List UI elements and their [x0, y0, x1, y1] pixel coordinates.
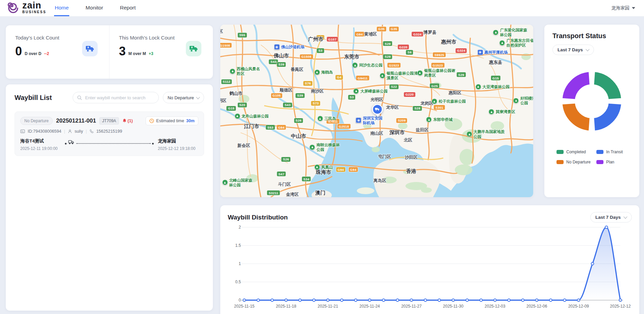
nav-report[interactable]: Report	[119, 0, 137, 16]
separator: |	[64, 129, 65, 134]
city-label: 中山市	[291, 133, 306, 139]
status-range-dropdown[interactable]: Last 7 Days	[552, 45, 594, 55]
id-card-icon	[20, 129, 25, 133]
road-shield: G94	[349, 167, 358, 172]
road-shield: G220	[398, 45, 409, 49]
road-shield: S3	[317, 48, 324, 53]
park-pin-icon	[317, 116, 323, 122]
legend-label: Completed	[566, 150, 586, 154]
road-shield: S47	[277, 172, 286, 176]
park-label: 北峰山国家森林公园	[222, 178, 256, 187]
svg-text:1.5: 1.5	[235, 243, 241, 248]
brand-sub: BUSINESS	[22, 10, 46, 14]
park-pin-icon	[352, 62, 358, 68]
district-label: 三水区	[220, 29, 223, 34]
road-shield: G324	[412, 32, 423, 36]
waybill-item[interactable]: No Departure 202501211-001 JT709A (1) Es…	[15, 111, 204, 156]
road-shield: S209	[396, 118, 407, 123]
park-label: 巽寮湾景区	[489, 109, 515, 115]
park-label: 南朗云梯森林公园	[309, 142, 341, 152]
city-label: 香港	[406, 168, 416, 175]
legend-item-in-transit[interactable]: In Transit	[596, 150, 631, 154]
road-shield: S112	[221, 79, 232, 84]
vehicle-plate-tag: JT709A	[99, 117, 119, 125]
park-label: 东部华侨城	[426, 117, 453, 123]
park-pin-icon	[234, 113, 240, 119]
svg-text:2025-11-18: 2025-11-18	[276, 304, 296, 309]
city-label: 惠州市	[441, 39, 456, 45]
district-label: 南沙区	[311, 88, 324, 94]
origin-block: 海谷T4测试 2025-12-11 19:00:00	[20, 138, 61, 151]
svg-text:2025-11-21: 2025-11-21	[318, 304, 338, 309]
legend-item-plan[interactable]: Plan	[596, 160, 631, 164]
map-canvas[interactable]: 广州市佛山市东莞市惠州市江门市中山市珠海市深圳市香港澳门博罗县惠东县鹤山市三水区…	[220, 25, 533, 197]
road-shield: G1508	[300, 54, 313, 59]
road-shield: G94	[277, 125, 286, 130]
district-label: 光明区	[370, 97, 383, 103]
waybill-list-panel: Waybill List No Departure No Departure 2…	[6, 84, 213, 311]
svg-text:2025-11-30: 2025-11-30	[443, 304, 464, 309]
park-pin-icon	[513, 98, 519, 103]
nav-monitor[interactable]: Monitor	[85, 0, 104, 16]
road-shield: S76	[303, 81, 313, 86]
svg-text:2: 2	[239, 225, 241, 230]
city-label: 佛山市	[274, 52, 289, 59]
park-label: 三民岛	[317, 116, 336, 122]
city-label: 广州市	[308, 36, 323, 43]
donut-segment-no-departure[interactable]	[561, 102, 591, 132]
distribution-range-value: Last 7 Days	[595, 215, 621, 220]
stat-title: Today's Lock Count	[15, 35, 100, 41]
road-shield: S20	[238, 103, 247, 107]
district-label: 沙田区	[405, 155, 418, 160]
user-menu[interactable]: 龙海家园	[611, 0, 635, 16]
road-shield: S6	[406, 50, 413, 55]
user-menu-label: 龙海家园	[611, 5, 629, 11]
eta-label: Estimated time	[156, 119, 184, 123]
legend-label: No Departure	[566, 160, 591, 164]
park-pin-icon	[493, 29, 499, 35]
stat-value: 3	[119, 46, 126, 57]
road-shield: S301	[434, 105, 445, 110]
distribution-range-dropdown[interactable]: Last 7 Days	[590, 212, 632, 223]
nav-home[interactable]: Home	[54, 0, 69, 16]
origin-time: 2025-12-11 19:00:00	[20, 146, 61, 151]
donut-segment-plan[interactable]	[561, 71, 591, 100]
legend-swatch	[596, 150, 603, 154]
road-shield: S26	[294, 118, 303, 123]
stat-delta: --2	[44, 51, 49, 57]
legend-item-no-departure[interactable]: No Departure	[556, 160, 596, 164]
origin-name: 海谷T4测试	[20, 138, 61, 144]
park-pin-icon	[489, 109, 494, 115]
waybill-list-title: Waybill List	[15, 94, 52, 102]
legend-label: Plan	[606, 160, 614, 164]
district-label: 盐田区	[416, 127, 429, 133]
legend-swatch	[556, 160, 564, 164]
district-label: 明区	[220, 98, 226, 103]
stat-compare-label: M over M	[128, 51, 146, 57]
status-filter-dropdown[interactable]: No Departure	[163, 92, 204, 103]
waybill-search-input[interactable]	[84, 95, 154, 101]
device-id: ID:794308006594	[28, 129, 61, 134]
zain-spiral-icon	[6, 1, 20, 15]
road-shield: S29	[383, 41, 392, 46]
park-pin-icon	[353, 88, 359, 94]
vehicle-marker[interactable]	[372, 104, 383, 117]
city-label: 澳门	[315, 190, 325, 196]
donut-legend: CompletedIn TransitNo DeparturePlan	[552, 150, 631, 164]
road-shield: S73	[311, 101, 320, 106]
park-label: 西樵山风景名胜区	[230, 67, 261, 76]
waybill-search[interactable]	[73, 92, 159, 103]
district-label: 北区	[404, 137, 412, 143]
svg-text:2025-11-15: 2025-11-15	[234, 304, 255, 309]
road-shield: G25	[430, 83, 439, 88]
svg-text:2025-11-27: 2025-11-27	[401, 304, 422, 309]
road-shield: G94	[336, 167, 346, 172]
donut-segment-in-transit[interactable]	[593, 102, 622, 132]
legend-item-completed[interactable]: Completed	[556, 150, 596, 154]
donut-segment-completed[interactable]	[593, 71, 622, 100]
chevron-down-icon	[623, 215, 627, 218]
map-panel: 广州市佛山市东莞市惠州市江门市中山市珠海市深圳市香港澳门博罗县惠东县鹤山市三水区…	[220, 25, 533, 197]
alarm-count: (1)	[128, 119, 133, 123]
eta-badge: Estimated time 30m	[146, 116, 198, 125]
road-shield: S26	[281, 157, 291, 162]
